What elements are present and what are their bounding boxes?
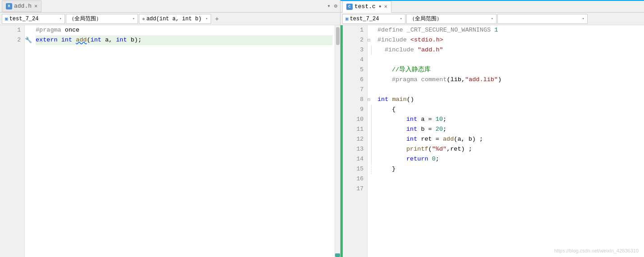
token-b-param: b); [127, 35, 142, 45]
rcode-17 [377, 184, 642, 194]
tab-close-test-c[interactable]: ✕ [384, 3, 387, 10]
global-scope-right[interactable]: （全局范围） ▾ [406, 14, 497, 24]
left-pane: H add.h ✕ ▾ ⚙ ▣ test_7_24 ▾ （全局范围） ▾ ◈ [0, 0, 340, 257]
r-t-include2: #include [385, 45, 418, 55]
rln-9: 9 [343, 105, 367, 115]
scope-selector-left[interactable]: ▣ test_7_24 ▾ [2, 14, 65, 24]
right-pane: C test.c ● ✕ ▣ test_7_24 ▾ （全局范围） ▾ ▾ [340, 0, 644, 257]
rc-11 [371, 124, 376, 134]
rcode-6: #pragma comment(lib,"add.lib") [377, 75, 642, 85]
right-collapse-col: ⊟ ⊟ [368, 25, 376, 257]
left-tab-bar: H add.h ✕ ▾ ⚙ [0, 0, 340, 13]
r-t-printf-open: ( [428, 144, 432, 154]
scope-dropdown-right: ▾ [400, 16, 402, 21]
r-t-include1: #include [377, 35, 410, 45]
r-t-0: 0 [432, 154, 436, 164]
line-num-1-left: 1 [0, 25, 24, 35]
token-add-func: add [76, 35, 87, 45]
left-scroll-thumb[interactable] [336, 27, 340, 45]
r-t-int10: int [406, 115, 421, 124]
r-t-stdio: <stdio.h> [410, 35, 443, 45]
rcode-3: #include "add.h" [377, 45, 642, 55]
left-code-area: 1 2 🔧 #pragma once [0, 25, 340, 257]
rcode-15: } [377, 164, 642, 174]
r-t-semi11: ; [443, 124, 446, 134]
rc-9 [371, 105, 376, 115]
func-dropdown-right: ▾ [582, 16, 584, 21]
pencil-icon: 🔧 [25, 37, 32, 44]
rc-6 [368, 75, 376, 85]
right-code-area: 1 2 3 4 5 6 7 8 9 10 11 12 13 14 15 16 1… [340, 25, 644, 257]
code-line-2-left: extern int add(int a, int b); [36, 35, 333, 45]
global-scope-label-right: （全局范围） [409, 15, 442, 23]
r-t-return: return [406, 154, 432, 164]
rln-12: 12 [343, 134, 367, 144]
func-dropdown-left: ▾ [206, 16, 208, 21]
rc-7 [368, 85, 376, 95]
left-scroll-bottom [335, 253, 340, 257]
rc-16 [368, 174, 376, 184]
token-a-param: a, [101, 35, 116, 45]
rc-3 [371, 45, 376, 55]
r-t-b11: b = [421, 124, 435, 134]
r-t-int-main: int [377, 95, 392, 105]
global-scope-left[interactable]: （全局范围） ▾ [66, 14, 138, 24]
r-t-a10: a = [421, 115, 435, 124]
r-t-20: 20 [436, 124, 443, 134]
left-toolbar: ▣ test_7_24 ▾ （全局范围） ▾ ◈ add(int a, int … [0, 13, 340, 25]
rln-17: 17 [343, 184, 367, 194]
rcode-13: printf("%d",ret) ; [377, 144, 642, 154]
r-t-lib: (lib, [447, 75, 465, 85]
right-line-numbers: 1 2 3 4 5 6 7 8 9 10 11 12 13 14 15 16 1… [343, 25, 368, 257]
left-scroll-track[interactable] [335, 25, 340, 257]
rc-4 [368, 55, 376, 65]
func-icon-left: ◈ [142, 16, 145, 22]
r-t-semi10: ; [443, 115, 446, 124]
rcode-14: return 0; [377, 154, 642, 164]
file-icon-right: C [346, 4, 353, 10]
rcode-10: int a = 10; [377, 115, 642, 124]
right-toolbar: ▣ test_7_24 ▾ （全局范围） ▾ ▾ [340, 13, 644, 25]
r-t-ret12: ret = [421, 134, 443, 144]
func-selector-right[interactable]: ▾ [497, 14, 588, 24]
func-selector-left[interactable]: ◈ add(int a, int b) ▾ [139, 14, 211, 24]
dropdown-tab-btn[interactable]: ▾ [327, 3, 331, 9]
icon-pencil-2: 🔧 [25, 35, 34, 45]
global-dropdown-right: ▾ [491, 16, 493, 21]
scope-selector-right[interactable]: ▣ test_7_24 ▾ [342, 14, 405, 24]
pin-btn-left[interactable]: ＋ [212, 15, 222, 23]
rln-11: 11 [343, 124, 367, 134]
scope-label-left: test_7_24 [9, 16, 39, 22]
r-t-pragma2: #pragma comment [392, 75, 447, 85]
r-t-semi14: ; [436, 154, 439, 164]
token-int-b: int [116, 35, 127, 45]
rln-2: 2 [343, 35, 367, 45]
rcode-12: int ret = add(a, b) ; [377, 134, 642, 144]
rc-2[interactable]: ⊟ [368, 35, 376, 45]
token-int-extern: int [61, 35, 76, 45]
rcode-1: #define _CRT_SECURE_NO_WARNINGS 1 [377, 25, 642, 35]
right-code-content[interactable]: #define _CRT_SECURE_NO_WARNINGS 1 #inclu… [376, 25, 644, 257]
rln-16: 16 [343, 174, 367, 184]
rln-1: 1 [343, 25, 367, 35]
r-t-comment: //导入静态库 [392, 65, 431, 75]
rc-1 [368, 25, 376, 35]
tab-test-c[interactable]: C test.c ● ✕ [342, 1, 391, 13]
token-extern: extern [36, 35, 61, 45]
rc-15 [371, 164, 376, 174]
r-t-int12: int [406, 134, 421, 144]
tab-add-h[interactable]: H add.h ✕ [2, 0, 41, 12]
r-t-main: main [392, 95, 406, 105]
gear-btn-left[interactable]: ⚙ [333, 3, 338, 9]
rcode-11: int b = 20; [377, 124, 642, 134]
right-tab-bar: C test.c ● ✕ [340, 0, 644, 13]
rcode-2: #include <stdio.h> [377, 35, 642, 45]
global-scope-label-left: （全局范围） [69, 15, 101, 23]
scope-icon-left: ▣ [5, 16, 8, 22]
tab-close-add-h[interactable]: ✕ [34, 3, 37, 9]
tab-label-test-c: test.c [354, 3, 376, 10]
rln-3: 3 [343, 45, 367, 55]
left-code-content[interactable]: #pragma once extern int add(int a, int b… [34, 25, 335, 257]
rc-8[interactable]: ⊟ [368, 95, 376, 105]
r-t-cparen: ) [498, 75, 501, 85]
